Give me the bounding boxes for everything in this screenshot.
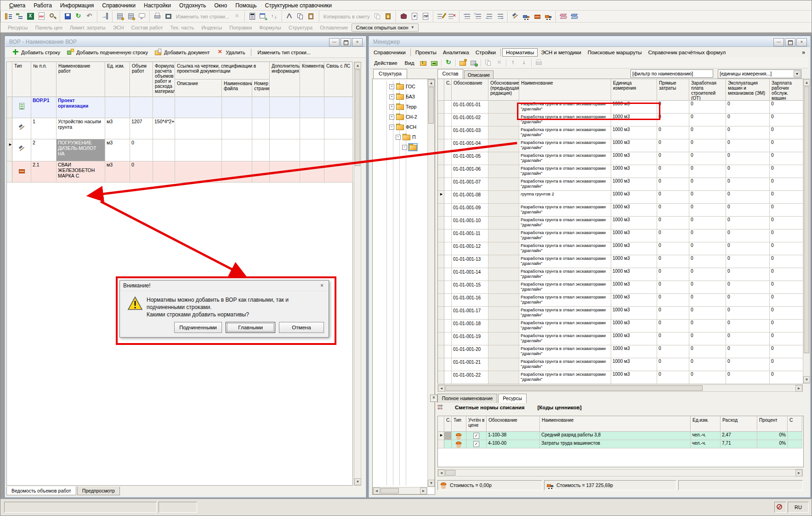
cell-prev-code[interactable] <box>488 307 519 320</box>
cell-rate[interactable]: 7,71 <box>721 440 757 448</box>
cell-machinery[interactable]: 0 <box>726 333 770 345</box>
tree-horizontal-scrollbar[interactable]: ◄► <box>373 487 427 494</box>
cell-prev-code[interactable] <box>488 320 519 333</box>
cell-operator-wages[interactable]: 0 <box>770 139 803 152</box>
folder-gear-button[interactable] <box>468 57 479 69</box>
cell-direct-costs[interactable]: 0 <box>657 152 689 165</box>
cell-prev-code[interactable] <box>488 178 519 191</box>
normative-row[interactable]: 01-01-001-11Разработка грунта в отвал эк… <box>438 229 803 242</box>
cell-unit[interactable]: 1000 м3 <box>611 191 657 204</box>
layers-blue-button[interactable] <box>569 11 580 22</box>
included-checkbox[interactable]: ✓ <box>473 441 479 447</box>
cell-operator-wages[interactable]: 0 <box>770 229 803 242</box>
paste-estimate-button[interactable] <box>383 11 394 22</box>
cell-number[interactable]: 2.1 <box>31 161 57 183</box>
normative-row[interactable]: 01-01-001-01Разработка грунта в отвал эк… <box>438 101 803 114</box>
cell-wages[interactable]: 0 <box>689 333 726 345</box>
normative-row[interactable]: 01-01-001-10Разработка грунта в отвал эк… <box>438 217 803 229</box>
cell-name[interactable]: Разработка грунта в отвал экскаваторами … <box>519 229 611 242</box>
scroll-right-icon[interactable]: ► <box>795 385 802 392</box>
cell-unit[interactable]: 1000 м3 <box>611 178 657 191</box>
cell-operator-wages[interactable]: 0 <box>770 333 803 345</box>
cell-extra-info[interactable] <box>270 139 300 161</box>
cell-operator-wages[interactable]: 0 <box>770 242 803 255</box>
cell-prev-code[interactable] <box>488 345 519 358</box>
vor-vertical-scrollbar[interactable]: ▲▼ <box>354 62 361 486</box>
scroll-thumb[interactable] <box>380 488 399 493</box>
pdf-button[interactable] <box>36 11 47 22</box>
cell-direct-costs[interactable]: 0 <box>657 139 689 152</box>
row-marker[interactable] <box>7 118 12 139</box>
cell-wages[interactable]: 0 <box>689 320 726 333</box>
minimize-button[interactable]: — <box>329 38 340 46</box>
close-button[interactable]: × <box>796 38 807 46</box>
cell-name[interactable]: Средний разряд работы 3,8 <box>540 432 691 440</box>
normative-row[interactable]: 01-01-001-05Разработка грунта в отвал эк… <box>438 152 803 165</box>
normative-row[interactable]: 01-01-001-03Разработка грунта в отвал эк… <box>438 126 803 139</box>
menu-Смета[interactable]: Смета <box>5 1 29 10</box>
row-marker[interactable] <box>7 97 12 118</box>
manager-tab-Стройки[interactable]: Стройки <box>472 48 499 57</box>
cell-unit[interactable]: 1000 м3 <box>611 139 657 152</box>
cell-wages[interactable]: 0 <box>689 345 726 358</box>
cell-operator-wages[interactable]: 0 <box>770 294 803 307</box>
cell-machinery[interactable]: 0 <box>726 345 770 358</box>
normative-row[interactable]: 01-01-001-06Разработка грунта в отвал эк… <box>438 165 803 178</box>
cell-code[interactable]: 01-01-001-19 <box>452 333 488 345</box>
cell-code[interactable]: 01-01-001-16 <box>452 294 488 307</box>
cell-page-number[interactable] <box>252 139 270 161</box>
normative-row[interactable]: 01-01-001-20Разработка грунта в отвал эк… <box>438 345 803 358</box>
row-marker[interactable] <box>438 204 444 217</box>
restore-button[interactable] <box>785 38 795 46</box>
row-marker[interactable] <box>438 281 444 294</box>
cell-direct-costs[interactable]: 0 <box>657 217 689 229</box>
add-child-row-button[interactable]: Добавить подчиненную строку <box>63 48 151 56</box>
cell-name[interactable]: Разработка грунта в отвал экскаваторами … <box>519 320 611 333</box>
cell-prev-code[interactable] <box>488 229 519 242</box>
cell-volume[interactable]: 1207 <box>130 118 153 139</box>
truck-blue-button[interactable] <box>521 11 532 22</box>
cell-s[interactable] <box>444 242 452 255</box>
cell-wages[interactable]: 0 <box>689 114 726 126</box>
indent-first-button[interactable] <box>461 11 472 22</box>
cell-direct-costs[interactable]: 0 <box>657 307 689 320</box>
cell-wages[interactable]: 0 <box>689 191 726 204</box>
cell-machinery[interactable]: 0 <box>726 371 770 384</box>
row-marker[interactable] <box>438 217 444 229</box>
cell-type[interactable] <box>12 161 31 183</box>
cell-file-name[interactable] <box>222 139 252 161</box>
cell-s[interactable] <box>444 217 452 229</box>
cell-wages[interactable]: 0 <box>689 294 726 307</box>
comment-gear-button[interactable] <box>136 11 148 22</box>
cell-prev-code[interactable] <box>488 294 519 307</box>
cell-wages[interactable]: 0 <box>689 204 726 217</box>
cell-file-name[interactable] <box>222 161 252 183</box>
menu-Помощь[interactable]: Помощь <box>231 1 261 10</box>
manager-tab-Проекты[interactable]: Проекты <box>412 48 440 57</box>
tab-structure[interactable]: Структура <box>373 69 407 79</box>
cell-direct-costs[interactable]: 0 <box>657 371 689 384</box>
cell-s[interactable] <box>444 204 452 217</box>
cell-code[interactable]: 01-01-001-12 <box>452 242 488 255</box>
row-marker[interactable]: ► <box>7 139 12 161</box>
cell-name[interactable]: Разработка грунта в отвал экскаваторами … <box>519 242 611 255</box>
row-marker[interactable] <box>438 255 444 268</box>
cell-code[interactable]: 01-01-001-08 <box>452 191 488 204</box>
cell-s[interactable] <box>444 358 452 371</box>
server-gear-button[interactable] <box>114 11 125 22</box>
row-marker[interactable] <box>438 307 444 320</box>
exit-button[interactable] <box>99 11 110 22</box>
cell-comment[interactable] <box>300 139 324 161</box>
normative-row[interactable]: 01-01-001-18Разработка грунта в отвал эк… <box>438 320 803 333</box>
cell-wages[interactable]: 0 <box>689 371 726 384</box>
cell-wages[interactable]: 0 <box>689 101 726 114</box>
cell-description[interactable] <box>175 139 222 161</box>
cell-name[interactable]: Разработка грунта в отвал экскаваторами … <box>519 358 611 371</box>
cell-formula[interactable] <box>153 97 175 118</box>
cell-name[interactable]: Разработка грунта в отвал экскаваторами … <box>519 152 611 165</box>
cell-unit[interactable]: чел.-ч. <box>691 432 721 440</box>
cell-name[interactable]: Разработка грунта в отвал экскаваторами … <box>519 114 611 126</box>
expand-icon[interactable]: + <box>389 104 394 109</box>
cell-direct-costs[interactable]: 0 <box>657 126 689 139</box>
cell-prev-code[interactable] <box>488 358 519 371</box>
